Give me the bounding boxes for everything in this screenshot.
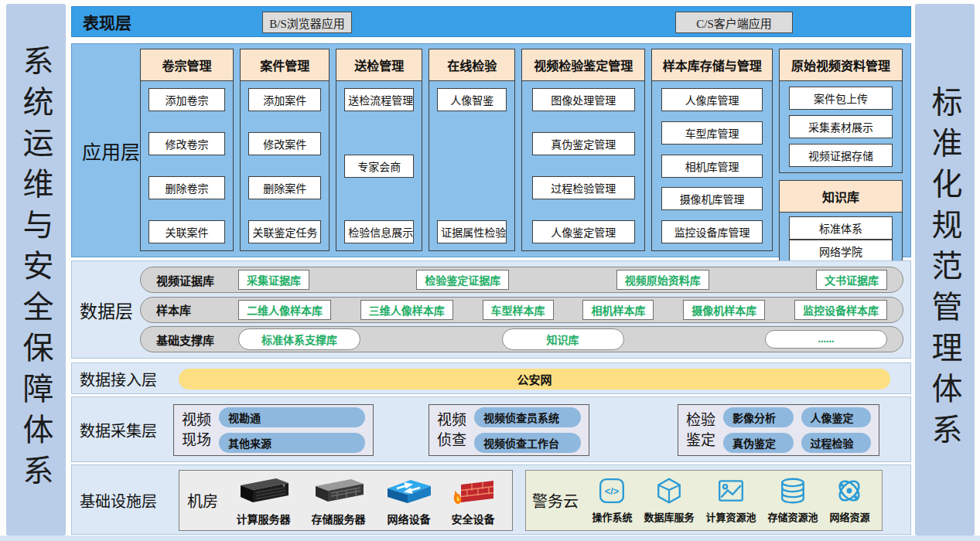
cloud-caption: 存储资源池 (767, 509, 818, 524)
column-dossier-mgmt: 卷宗管理 添加卷宗 修改卷宗 删除卷宗 关联案件 (140, 49, 234, 251)
column-header: 原始视频资料管理 (780, 49, 902, 81)
db-box: 三维人像样本库 (360, 300, 453, 320)
app-item: 删除案件 (248, 176, 321, 199)
layer-stack: 表现层 B/S浏览器应用 C/S客户端应用 应用层 卷宗管理 添加卷宗 修改卷宗… (71, 5, 911, 536)
svg-text:</>: </> (605, 486, 619, 497)
db-box: 采集证据库 (238, 270, 309, 290)
source-pill: 真伪鉴定 (723, 433, 793, 453)
machine-room-box: 机房 (179, 470, 513, 531)
app-item: 修改案件 (248, 132, 321, 155)
app-item: 修改卷宗 (149, 132, 224, 155)
police-cloud-box: 警务云 </> 操作系统 (525, 470, 883, 531)
app-item: 删除卷宗 (149, 176, 224, 199)
column-sample-library-mgmt: 样本库存储与管理 人像库管理 车型库管理 相机库管理 摄像机库管理 监控设备库管… (651, 49, 773, 251)
app-item: 图像处理管理 (532, 88, 635, 111)
app-item: 车型库管理 (661, 121, 762, 145)
app-item: 过程检验管理 (532, 176, 635, 199)
right-pillar-title: 标准化规范管理体系 (930, 86, 961, 454)
app-item: 专家会商 (344, 155, 414, 178)
group-label-line: 鉴定 (686, 430, 715, 451)
data-layer: 数据层 视频证据库 采集证据库 检验鉴定证据库 视频原始资料库 文书证据库 样本… (71, 260, 911, 359)
app-item: 人像库管理 (661, 88, 762, 111)
row-label: 视频证据库 (156, 272, 238, 288)
cloud-caption: 数据库服务 (644, 509, 694, 524)
column-header: 视频检验鉴定管理 (522, 49, 644, 81)
column-header: 案件管理 (241, 49, 329, 81)
column-video-forensics-mgmt: 视频检验鉴定管理 图像处理管理 真伪鉴定管理 过程检验管理 人像鉴定管理 (521, 49, 645, 251)
source-pill: 人像鉴定 (801, 407, 872, 427)
app-item: 添加案件 (248, 88, 321, 111)
compute-server-icon (234, 475, 293, 509)
column-original-video-track: 原始视频资料管理 案件包上传 采集素材展示 视频证据存储 知识库 标准体系 网络… (779, 49, 903, 251)
app-item: 检验信息展示 (344, 220, 414, 243)
db-box: 监控设备样本库 (794, 300, 887, 320)
hw-caption: 计算服务器 (237, 511, 291, 526)
column-header: 在线检验 (429, 49, 514, 81)
operating-system-icon: </> (598, 477, 626, 508)
app-item: 人像鉴定管理 (532, 220, 635, 243)
data-access-layer-label: 数据接入层 (80, 367, 157, 390)
hw-caption: 存储服务器 (312, 511, 366, 526)
db-pill: 知识库 (502, 328, 624, 350)
db-box: 摄像机样本库 (683, 300, 765, 320)
app-item: 关联鉴定任务 (248, 220, 321, 243)
data-layer-label: 数据层 (80, 297, 133, 323)
data-collection-layer-label: 数据采集层 (80, 418, 157, 441)
app-item: 证据属性检验 (437, 220, 507, 243)
db-box: 车型样本库 (483, 300, 554, 320)
video-investigation-group: 视频 侦查 视频侦查员系统 视频侦查工作台 (429, 404, 589, 456)
video-evidence-db-row: 视频证据库 采集证据库 检验鉴定证据库 视频原始资料库 文书证据库 (140, 267, 903, 293)
db-pill: 标准体系支撑库 (238, 328, 360, 350)
hw-caption: 安全设备 (452, 511, 495, 526)
storage-server-icon (309, 475, 368, 509)
app-item: 标准体系 (789, 216, 892, 240)
app-item: 人像智鉴 (437, 88, 507, 111)
machine-room-label: 机房 (187, 489, 218, 512)
column-online-inspection: 在线检验 人像智鉴 证据属性检验 (429, 49, 515, 251)
column-header: 送检管理 (336, 49, 422, 81)
db-box: 视频原始资料库 (616, 270, 709, 290)
network-resource-icon (835, 477, 863, 508)
app-item: 视频证据存储 (789, 144, 892, 167)
data-collection-layer: 数据采集层 视频 现场 视勘通 其他来源 视频 侦查 视频侦查员系统 (71, 396, 911, 462)
base-support-db-row: 基础支撑库 标准体系支撑库 知识库 ...... (140, 326, 903, 352)
db-box: 检验鉴定证据库 (416, 270, 509, 290)
cloud-caption: 网络资源 (829, 509, 869, 524)
db-box: 相机样本库 (582, 300, 654, 320)
application-columns: 卷宗管理 添加卷宗 修改卷宗 删除卷宗 关联案件 案件管理 添加案件 修改案件 … (140, 49, 903, 251)
sample-db-row: 样本库 二维人像样本库 三维人像样本库 车型样本库 相机样本库 摄像机样本库 监… (140, 297, 903, 323)
row-label: 样本库 (156, 301, 238, 318)
source-pill: 影像分析 (723, 407, 793, 427)
bottom-edge-strip (0, 536, 980, 541)
source-pill: 视频侦查工作台 (474, 433, 581, 453)
group-label-line: 视频 (437, 410, 466, 430)
group-label-line: 视频 (182, 410, 211, 430)
group-label-line: 检验 (686, 410, 715, 430)
cloud-caption: 计算资源池 (705, 509, 756, 524)
source-pill: 视勘通 (219, 407, 365, 427)
storage-pool-icon (779, 477, 807, 508)
knowledge-base-box: 知识库 标准体系 网络学院 (779, 180, 903, 267)
security-device-icon (450, 475, 497, 509)
right-pillar: 标准化规范管理体系 (915, 4, 975, 536)
network-device-icon (384, 475, 434, 509)
column-header: 卷宗管理 (141, 49, 233, 81)
app-item: 添加卷宗 (149, 88, 224, 111)
hw-caption: 网络设备 (388, 511, 431, 526)
presentation-layer: 表现层 B/S浏览器应用 C/S客户端应用 (71, 6, 911, 37)
column-original-video-mgmt: 原始视频资料管理 案件包上传 采集素材展示 视频证据存储 (779, 49, 903, 173)
app-item: 关联案件 (149, 220, 224, 243)
column-header: 知识库 (780, 181, 902, 213)
database-service-icon (655, 477, 683, 508)
bs-browser-app-box: B/S浏览器应用 (262, 12, 352, 33)
app-item: 网络学院 (789, 240, 892, 263)
inspection-appraisal-group: 检验 鉴定 影像分析 人像鉴定 真伪鉴定 过程检验 (678, 404, 879, 456)
column-submission-mgmt: 送检管理 送检流程管理 专家会商 检验信息展示 (336, 49, 422, 251)
source-pill: 视频侦查员系统 (474, 407, 581, 427)
row-label: 基础支撑库 (156, 332, 238, 348)
db-box: 二维人像样本库 (238, 300, 331, 320)
police-network-bar: 公安网 (179, 369, 890, 390)
infrastructure-layer-label: 基础设施层 (80, 488, 157, 511)
data-access-layer: 数据接入层 公安网 (71, 362, 911, 394)
app-item: 案件包上传 (789, 87, 892, 110)
